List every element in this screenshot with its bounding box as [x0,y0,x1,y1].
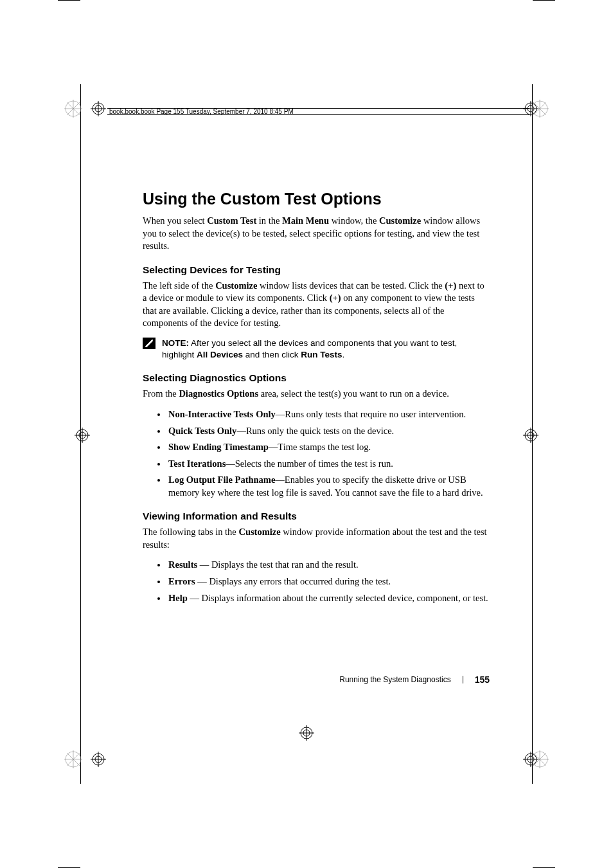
results-paragraph: The following tabs in the Customize wind… [143,526,490,551]
diagnostics-list: Non-Interactive Tests Only—Runs only tes… [143,408,490,499]
note-icon [143,338,155,349]
footer-section: Running the System Diagnostics [339,675,450,684]
heading-main: Using the Custom Test Options [143,190,490,208]
note-block: NOTE: After you select all the devices a… [143,338,490,361]
heading-viewing-results: Viewing Information and Results [143,511,490,522]
list-item: Log Output File Pathname—Enables you to … [167,474,490,499]
list-item: Quick Tests Only—Runs only the quick tes… [167,425,490,438]
list-item: Help — Displays information about the cu… [167,592,490,605]
list-item: Show Ending Timestamp—Time stamps the te… [167,441,490,454]
register-mark-icon [299,725,314,741]
footer-page-number: 155 [475,674,490,685]
register-mark-icon [75,428,90,443]
list-item: Test Iterations—Selects the number of ti… [167,458,490,471]
crop-mark [58,0,80,1]
heading-selecting-devices: Selecting Devices for Testing [143,264,490,276]
page-content: Using the Custom Test Options When you s… [143,190,490,610]
diagnostics-paragraph: From the Diagnostics Options area, selec… [143,388,490,401]
starburst-mark-icon [531,750,549,768]
heading-diagnostics-options: Selecting Diagnostics Options [143,372,490,384]
results-list: Results — Displays the test that ran and… [143,559,490,604]
selecting-devices-paragraph: The left side of the Customize window li… [143,280,490,330]
list-item: Results — Displays the test that ran and… [167,559,490,572]
page-footer: Running the System Diagnostics 155 [339,674,490,685]
page-header-meta: book.book.book Page 155 Tuesday, Septemb… [107,108,529,115]
footer-separator [463,676,463,683]
register-mark-icon [91,101,106,116]
intro-paragraph: When you select Custom Test in the Main … [143,215,490,253]
register-mark-icon [91,752,106,767]
starburst-mark-icon [64,750,82,768]
list-item: Non-Interactive Tests Only—Runs only tes… [167,408,490,421]
starburst-mark-icon [64,100,82,118]
crop-mark [533,0,555,1]
register-mark-icon [523,428,538,443]
list-item: Errors — Displays any errors that occurr… [167,575,490,588]
starburst-mark-icon [531,100,549,118]
note-text: NOTE: After you select all the devices a… [162,338,490,361]
